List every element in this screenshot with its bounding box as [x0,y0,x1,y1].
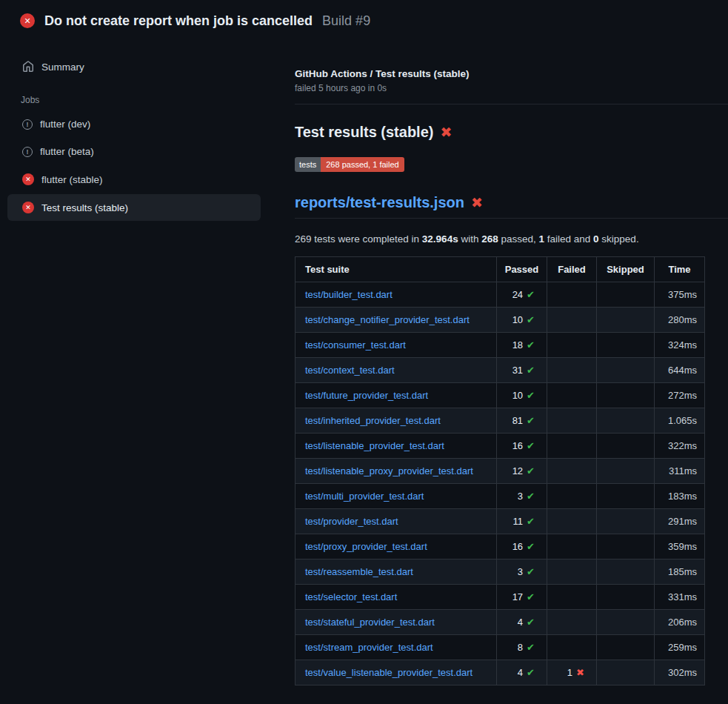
suite-cell: test/change_notifier_provider_test.dart [295,308,497,333]
passed-cell: 10✔ [497,308,547,333]
sidebar-item-summary[interactable]: Summary [7,53,261,80]
check-icon: ✔ [527,339,535,351]
passed-cell: 8✔ [497,635,547,660]
failed-cell [547,333,597,358]
passed-cell: 17✔ [497,585,547,610]
failed-cell [547,610,597,635]
failed-cell [547,534,597,559]
test-suite-link[interactable]: test/stream_provider_test.dart [305,642,433,653]
test-suite-link[interactable]: test/consumer_test.dart [305,339,406,351]
check-icon: ✔ [527,465,535,476]
home-icon [22,61,34,73]
test-suite-link[interactable]: test/builder_test.dart [305,289,393,300]
job-label: flutter (stable) [41,174,103,185]
check-icon: ✔ [527,541,535,552]
test-suite-link[interactable]: test/context_test.dart [305,365,395,376]
page-layout: Summary Jobs ! flutter (dev) ! flutter (… [0,41,728,685]
check-icon: ✔ [527,591,535,602]
time-cell: 185ms [655,559,705,585]
test-suite-link[interactable]: test/stateful_provider_test.dart [305,617,435,628]
suite-cell: test/context_test.dart [295,358,497,383]
table-row: test/future_provider_test.dart10✔272ms [295,383,705,408]
test-suite-link[interactable]: test/provider_test.dart [305,516,398,527]
suite-cell: test/reassemble_test.dart [295,559,497,585]
job-label: flutter (beta) [40,146,94,157]
check-icon: ✔ [527,365,535,376]
passed-count: 10 [512,314,523,325]
table-row: test/stateful_provider_test.dart4✔206ms [295,610,705,635]
passed-count: 3 [518,491,523,502]
run-meta: failed 5 hours ago in 0s [295,83,728,93]
check-icon: ✔ [527,566,535,577]
passed-cell: 81✔ [497,408,547,434]
test-suite-link[interactable]: test/change_notifier_provider_test.dart [305,314,470,325]
test-suite-link[interactable]: test/inherited_provider_test.dart [305,415,441,426]
failed-cell [547,585,597,610]
skipped-cell [597,459,655,484]
badge-label: tests [295,157,321,172]
skipped-cell [597,660,655,685]
table-row: test/listenable_provider_test.dart16✔322… [295,434,705,459]
passed-cell: 24✔ [497,282,547,308]
passed-count: 11 [513,516,524,527]
test-suite-link[interactable]: test/reassemble_test.dart [305,566,413,577]
failed-cell [547,509,597,534]
passed-cell: 10✔ [497,383,547,408]
sidebar-item-test-results-stable[interactable]: ✕ Test results (stable) [7,194,261,221]
report-link[interactable]: reports/test-results.json [295,194,464,211]
table-row: test/consumer_test.dart18✔324ms [295,333,705,358]
cancelled-status-icon: ! [22,119,33,130]
suite-cell: test/stateful_provider_test.dart [295,610,497,635]
sidebar-item-label: Summary [41,62,84,73]
cancelled-status-icon: ! [22,147,33,157]
skipped-cell [597,434,655,459]
table-row: test/stream_provider_test.dart8✔259ms [295,635,705,660]
skipped-cell [597,308,655,333]
check-icon: ✔ [527,390,535,401]
passed-cell: 31✔ [497,358,547,383]
header-test-suite: Test suite [295,257,497,282]
sidebar: Summary Jobs ! flutter (dev) ! flutter (… [0,41,295,222]
passed-cell: 11✔ [497,509,547,534]
time-cell: 272ms [655,383,705,408]
table-row: test/context_test.dart31✔644ms [295,358,705,383]
test-suite-link[interactable]: test/proxy_provider_test.dart [305,541,427,552]
table-row: test/builder_test.dart24✔375ms [295,282,705,308]
table-row: test/selector_test.dart17✔331ms [295,585,705,610]
sidebar-item-flutter-dev[interactable]: ! flutter (dev) [7,111,261,137]
failed-cell [547,484,597,509]
suite-cell: test/selector_test.dart [295,585,497,610]
failed-status-icon: ✕ [22,202,34,213]
test-suite-link[interactable]: test/listenable_proxy_provider_test.dart [305,465,473,476]
passed-count: 8 [518,642,523,653]
passed-cell: 16✔ [497,434,547,459]
failed-cell [547,559,597,585]
failed-x-icon: ✖ [471,196,483,210]
suite-cell: test/listenable_proxy_provider_test.dart [295,459,497,484]
time-cell: 331ms [655,585,705,610]
table-row: test/proxy_provider_test.dart16✔359ms [295,534,705,559]
failed-count: 1 [567,667,572,678]
passed-cell: 3✔ [497,559,547,585]
time-cell: 324ms [655,333,705,358]
failed-cell [547,434,597,459]
test-suite-link[interactable]: test/value_listenable_provider_test.dart [305,667,472,678]
check-icon: ✔ [527,667,535,678]
sidebar-item-flutter-stable[interactable]: ✕ flutter (stable) [7,166,261,193]
check-icon: ✔ [527,289,535,300]
header-passed: Passed [497,257,547,282]
test-suite-link[interactable]: test/multi_provider_test.dart [305,491,424,502]
time-cell: 359ms [655,534,705,559]
suite-cell: test/multi_provider_test.dart [295,484,497,509]
test-suite-link[interactable]: test/future_provider_test.dart [305,390,428,401]
test-suite-link[interactable]: test/listenable_provider_test.dart [305,440,444,451]
test-suite-link[interactable]: test/selector_test.dart [305,591,397,602]
tests-badge: tests 268 passed, 1 failed [295,157,404,172]
sidebar-item-flutter-beta[interactable]: ! flutter (beta) [7,139,261,165]
failed-cell [547,459,597,484]
passed-cell: 3✔ [497,484,547,509]
time-cell: 259ms [655,635,705,660]
time-cell: 322ms [655,434,705,459]
passed-count: 4 [518,617,523,628]
summary-failed: 1 [539,233,545,245]
